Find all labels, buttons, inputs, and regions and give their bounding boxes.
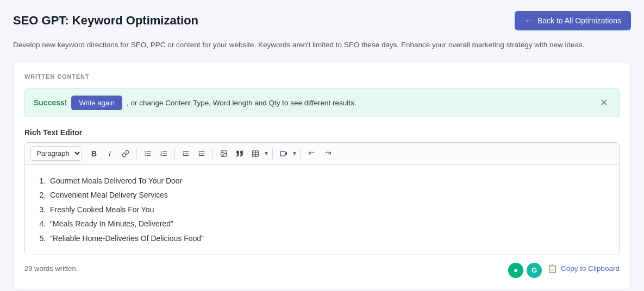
paragraph-select[interactable]: Paragraph bbox=[30, 146, 82, 161]
rich-text-editor: Paragraph B I bbox=[24, 142, 620, 255]
top-bar: SEO GPT: Keyword Optimization ← Back to … bbox=[13, 11, 631, 30]
unordered-list-button[interactable] bbox=[140, 146, 155, 161]
footer-right: ● G 📋 Copy to Clipboard bbox=[508, 260, 620, 278]
success-banner: Success! Write again , or change Content… bbox=[24, 88, 620, 117]
success-message: , or change Content Type, Word length an… bbox=[127, 99, 357, 107]
separator-5 bbox=[301, 148, 301, 159]
table-dropdown-icon[interactable]: ▼ bbox=[264, 150, 269, 156]
list-item: Convenient Meal Delivery Services bbox=[48, 188, 609, 203]
content-list: Gourmet Meals Delivered To Your Door Con… bbox=[35, 174, 609, 246]
copy-to-clipboard-button[interactable]: 📋 Copy to Clipboard bbox=[547, 264, 620, 274]
back-arrow-icon: ← bbox=[524, 16, 533, 26]
svg-point-16 bbox=[222, 152, 223, 153]
list-item: "Meals Ready In Minutes, Delivered" bbox=[48, 217, 609, 231]
success-label: Success! bbox=[34, 98, 67, 107]
back-button-label: Back to All Optimizations bbox=[537, 16, 621, 25]
separator-4 bbox=[272, 148, 273, 159]
link-button[interactable] bbox=[118, 146, 133, 161]
editor-content[interactable]: Gourmet Meals Delivered To Your Door Con… bbox=[25, 165, 619, 255]
close-banner-button[interactable]: ✕ bbox=[598, 98, 610, 107]
copy-label: Copy to Clipboard bbox=[561, 264, 620, 273]
outdent-button[interactable] bbox=[194, 146, 209, 161]
separator-3 bbox=[212, 148, 213, 159]
italic-button[interactable]: I bbox=[102, 146, 117, 161]
copy-icon: 📋 bbox=[547, 264, 558, 274]
format-group: B I bbox=[86, 146, 133, 161]
list-group bbox=[140, 146, 171, 161]
ordered-list-button[interactable] bbox=[156, 146, 171, 161]
grammarly-green-icon[interactable]: ● bbox=[508, 263, 523, 278]
list-item: Freshly Cooked Meals For You bbox=[48, 203, 609, 217]
word-count: 29 words written. bbox=[24, 264, 78, 273]
section-label: WRITTEN CONTENT bbox=[24, 73, 620, 80]
video-dropdown-icon[interactable]: ▼ bbox=[292, 150, 297, 156]
editor-footer: 29 words written. ● G 📋 Copy to Clipboar… bbox=[24, 260, 620, 278]
svg-point-5 bbox=[145, 155, 146, 156]
success-banner-left: Success! Write again , or change Content… bbox=[34, 96, 357, 110]
back-button[interactable]: ← Back to All Optimizations bbox=[515, 11, 631, 30]
redo-button[interactable] bbox=[320, 146, 335, 161]
grammarly-teal-icon[interactable]: G bbox=[527, 263, 542, 278]
svg-point-4 bbox=[145, 153, 146, 154]
separator-1 bbox=[136, 148, 137, 159]
svg-rect-21 bbox=[280, 151, 285, 156]
page-title: SEO GPT: Keyword Optimization bbox=[13, 14, 198, 28]
table-button[interactable] bbox=[248, 146, 263, 161]
image-button[interactable] bbox=[216, 146, 232, 161]
indent-button[interactable] bbox=[178, 146, 193, 161]
media-group: ▼ bbox=[216, 146, 269, 161]
history-group bbox=[304, 146, 335, 161]
list-item: "Reliable Home-Deliveries Of Delicious F… bbox=[48, 231, 609, 246]
editor-label: Rich Text Editor bbox=[24, 128, 620, 137]
svg-point-3 bbox=[145, 151, 146, 152]
quote-button[interactable] bbox=[232, 146, 247, 161]
video-group: ▼ bbox=[276, 146, 297, 161]
list-item: Gourmet Meals Delivered To Your Door bbox=[48, 174, 609, 188]
video-button[interactable] bbox=[276, 146, 291, 161]
toolbar: Paragraph B I bbox=[25, 143, 619, 165]
write-again-button[interactable]: Write again bbox=[71, 96, 122, 110]
undo-button[interactable] bbox=[304, 146, 320, 161]
bold-button[interactable]: B bbox=[86, 146, 102, 161]
indent-group bbox=[178, 146, 209, 161]
separator-2 bbox=[174, 148, 175, 159]
page-description: Develop new keyword directions for SEO, … bbox=[13, 39, 631, 51]
grammarly-buttons: ● G bbox=[508, 263, 542, 278]
page-wrapper: SEO GPT: Keyword Optimization ← Back to … bbox=[0, 0, 644, 291]
written-content-card: WRITTEN CONTENT Success! Write again , o… bbox=[13, 62, 631, 289]
